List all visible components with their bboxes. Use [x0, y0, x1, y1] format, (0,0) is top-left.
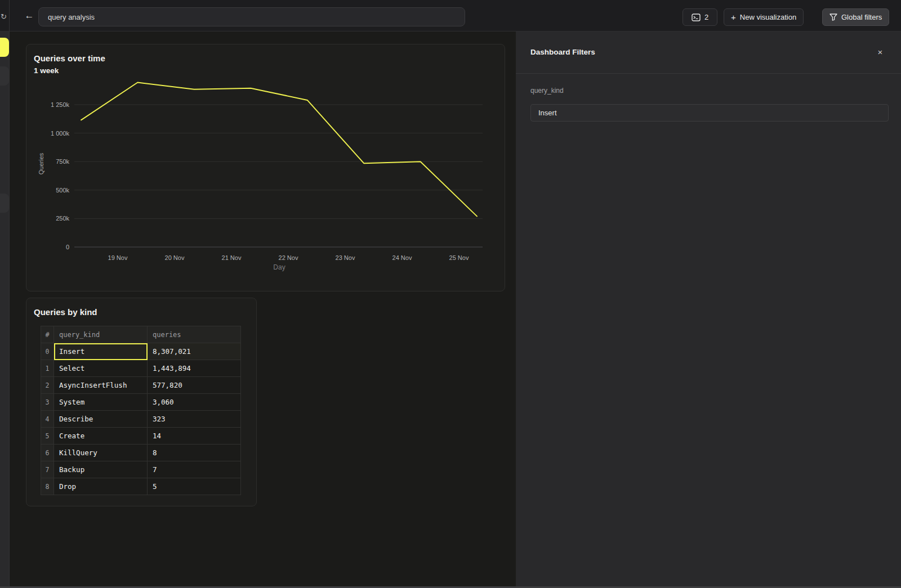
row-index-cell: 1: [41, 360, 54, 377]
filter-field-label: query_kind: [530, 87, 564, 95]
row-index-cell: 0: [41, 343, 54, 360]
sidebar-top-section: ↻: [0, 0, 9, 32]
query-kind-cell[interactable]: System: [54, 394, 148, 411]
queries-value-cell[interactable]: 323: [148, 411, 241, 428]
dashboard-filters-panel: Dashboard Filters × query_kind Insert: [516, 32, 901, 588]
global-filters-button[interactable]: Global filters: [822, 8, 889, 26]
table-row: 8Drop5: [41, 478, 241, 495]
y-tick-label: 1 000k: [51, 130, 70, 137]
row-index-cell: 8: [41, 478, 54, 495]
terminal-icon: [692, 14, 701, 21]
queries-by-kind-table: #query_kindqueries 0Insert8,307,0211Sele…: [41, 326, 241, 495]
table-row: 2AsyncInsertFlush577,820: [41, 377, 241, 394]
row-index-cell: 6: [41, 445, 54, 461]
query-kind-cell[interactable]: Select: [54, 360, 148, 377]
query-kind-filter-select[interactable]: Insert: [530, 104, 889, 122]
sidebar-tile[interactable]: [0, 66, 9, 86]
queries-over-time-card: Queries over time 1 week 0250k500k750k1 …: [26, 44, 505, 291]
queries-over-time-line-chart: 0250k500k750k1 000k1 250k19 Nov20 Nov21 …: [26, 44, 506, 292]
query-kind-cell[interactable]: Create: [54, 428, 148, 445]
y-tick-label: 500k: [56, 187, 69, 194]
table-wrapper: #query_kindqueries 0Insert8,307,0211Sele…: [41, 326, 241, 495]
x-tick-label: 24 Nov: [392, 254, 412, 261]
column-header-query_kind: query_kind: [54, 326, 148, 343]
table-header-row: #query_kindqueries: [41, 326, 241, 343]
y-tick-label: 1 250k: [51, 101, 70, 108]
top-bar: ← 2 + New visualization Global filters: [10, 0, 901, 32]
panel-divider: [516, 73, 901, 74]
dashboard-canvas: Queries over time 1 week 0250k500k750k1 …: [10, 32, 516, 588]
x-tick-label: 25 Nov: [449, 254, 469, 261]
new-visualization-label: New visualization: [740, 13, 796, 21]
queries-value-cell[interactable]: 7: [148, 461, 241, 478]
query-kind-cell[interactable]: KillQuery: [54, 445, 148, 461]
query-kind-cell[interactable]: Backup: [54, 461, 148, 478]
console-queries-count-button[interactable]: 2: [683, 8, 717, 26]
close-icon[interactable]: ×: [874, 46, 886, 59]
table-row: 5Create14: [41, 428, 241, 445]
refresh-icon[interactable]: ↻: [1, 12, 7, 21]
queries-value-cell[interactable]: 14: [148, 428, 241, 445]
y-axis-title: Queries: [38, 152, 44, 174]
dashboard-title-input[interactable]: [38, 7, 465, 26]
table-row: 1Select1,443,894: [41, 360, 241, 377]
query-kind-cell[interactable]: Drop: [54, 478, 148, 495]
x-axis-title: Day: [273, 263, 285, 271]
filters-panel-title: Dashboard Filters: [530, 48, 595, 56]
queries-by-kind-card: Queries by kind #query_kindqueries 0Inse…: [26, 298, 257, 506]
table-row: 7Backup7: [41, 461, 241, 478]
table-row: 4Describe323: [41, 411, 241, 428]
table-row: 0Insert8,307,021: [41, 343, 241, 360]
x-tick-label: 21 Nov: [222, 254, 242, 261]
left-sidebar: ↻: [0, 0, 10, 588]
y-tick-label: 0: [66, 244, 69, 250]
row-index-cell: 5: [41, 428, 54, 445]
row-index-cell: 2: [41, 377, 54, 394]
table-title: Queries by kind: [34, 307, 97, 317]
x-tick-label: 19 Nov: [108, 254, 128, 261]
global-filters-label: Global filters: [841, 13, 882, 21]
queries-value-cell[interactable]: 1,443,894: [148, 360, 241, 377]
y-tick-label: 750k: [56, 158, 69, 165]
x-tick-label: 20 Nov: [165, 254, 185, 261]
query-kind-cell[interactable]: Insert: [54, 343, 148, 360]
column-header-queries: queries: [148, 326, 241, 343]
app-window: ↻ ← 2 + New visualization Global filters: [0, 0, 901, 588]
x-tick-label: 23 Nov: [336, 254, 355, 261]
query-kind-cell[interactable]: AsyncInsertFlush: [54, 377, 148, 394]
x-tick-label: 22 Nov: [279, 254, 298, 261]
console-count: 2: [704, 13, 708, 21]
row-index-cell: 3: [41, 394, 54, 411]
sidebar-tile-active[interactable]: [0, 38, 9, 57]
back-button[interactable]: ←: [21, 8, 37, 24]
queries-value-cell[interactable]: 8,307,021: [148, 343, 241, 360]
queries-series-line: [81, 83, 477, 217]
queries-value-cell[interactable]: 577,820: [148, 377, 241, 394]
row-index-cell: 4: [41, 411, 54, 428]
sidebar-tile[interactable]: [0, 194, 9, 213]
queries-value-cell[interactable]: 8: [148, 445, 241, 461]
table-row: 3System3,060: [41, 394, 241, 411]
table-row: 6KillQuery8: [41, 445, 241, 461]
plus-icon: +: [731, 12, 736, 22]
funnel-icon: [829, 14, 837, 21]
y-tick-label: 250k: [56, 215, 69, 222]
column-header-index: #: [41, 326, 54, 343]
new-visualization-button[interactable]: + New visualization: [724, 8, 804, 26]
queries-value-cell[interactable]: 3,060: [148, 394, 241, 411]
queries-value-cell[interactable]: 5: [148, 478, 241, 495]
row-index-cell: 7: [41, 461, 54, 478]
query-kind-cell[interactable]: Describe: [54, 411, 148, 428]
